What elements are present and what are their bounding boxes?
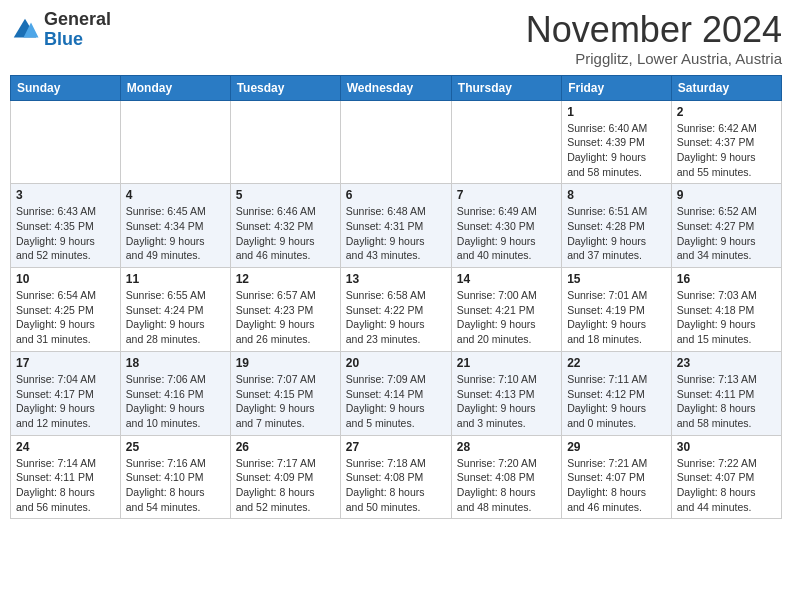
weekday-header: Friday [562,75,672,100]
logo-text: General Blue [44,10,111,50]
day-info: Sunrise: 7:17 AMSunset: 4:09 PMDaylight:… [236,456,335,515]
day-number: 25 [126,440,225,454]
day-info: Sunrise: 6:58 AMSunset: 4:22 PMDaylight:… [346,288,446,347]
day-number: 5 [236,188,335,202]
calendar-cell: 18Sunrise: 7:06 AMSunset: 4:16 PMDayligh… [120,351,230,435]
day-info: Sunrise: 7:03 AMSunset: 4:18 PMDaylight:… [677,288,776,347]
weekday-header-row: SundayMondayTuesdayWednesdayThursdayFrid… [11,75,782,100]
day-info: Sunrise: 7:18 AMSunset: 4:08 PMDaylight:… [346,456,446,515]
calendar-cell: 13Sunrise: 6:58 AMSunset: 4:22 PMDayligh… [340,268,451,352]
calendar-cell [230,100,340,184]
day-info: Sunrise: 6:49 AMSunset: 4:30 PMDaylight:… [457,204,556,263]
calendar-cell: 25Sunrise: 7:16 AMSunset: 4:10 PMDayligh… [120,435,230,519]
calendar-week-row: 10Sunrise: 6:54 AMSunset: 4:25 PMDayligh… [11,268,782,352]
day-info: Sunrise: 7:22 AMSunset: 4:07 PMDaylight:… [677,456,776,515]
calendar: SundayMondayTuesdayWednesdayThursdayFrid… [10,75,782,520]
day-info: Sunrise: 6:43 AMSunset: 4:35 PMDaylight:… [16,204,115,263]
day-info: Sunrise: 7:09 AMSunset: 4:14 PMDaylight:… [346,372,446,431]
day-number: 18 [126,356,225,370]
logo: General Blue [10,10,111,50]
calendar-cell: 5Sunrise: 6:46 AMSunset: 4:32 PMDaylight… [230,184,340,268]
day-number: 12 [236,272,335,286]
calendar-cell: 30Sunrise: 7:22 AMSunset: 4:07 PMDayligh… [671,435,781,519]
day-number: 7 [457,188,556,202]
day-info: Sunrise: 7:07 AMSunset: 4:15 PMDaylight:… [236,372,335,431]
logo-general: General [44,10,111,30]
weekday-header: Monday [120,75,230,100]
day-number: 27 [346,440,446,454]
day-number: 1 [567,105,666,119]
calendar-cell: 27Sunrise: 7:18 AMSunset: 4:08 PMDayligh… [340,435,451,519]
day-number: 2 [677,105,776,119]
day-number: 11 [126,272,225,286]
calendar-cell: 11Sunrise: 6:55 AMSunset: 4:24 PMDayligh… [120,268,230,352]
day-number: 3 [16,188,115,202]
calendar-cell: 4Sunrise: 6:45 AMSunset: 4:34 PMDaylight… [120,184,230,268]
day-info: Sunrise: 7:00 AMSunset: 4:21 PMDaylight:… [457,288,556,347]
calendar-week-row: 3Sunrise: 6:43 AMSunset: 4:35 PMDaylight… [11,184,782,268]
day-number: 22 [567,356,666,370]
calendar-cell [120,100,230,184]
day-info: Sunrise: 7:01 AMSunset: 4:19 PMDaylight:… [567,288,666,347]
day-info: Sunrise: 6:46 AMSunset: 4:32 PMDaylight:… [236,204,335,263]
calendar-cell: 14Sunrise: 7:00 AMSunset: 4:21 PMDayligh… [451,268,561,352]
day-info: Sunrise: 6:42 AMSunset: 4:37 PMDaylight:… [677,121,776,180]
calendar-cell: 29Sunrise: 7:21 AMSunset: 4:07 PMDayligh… [562,435,672,519]
title-area: November 2024 Prigglitz, Lower Austria, … [526,10,782,67]
day-number: 28 [457,440,556,454]
day-info: Sunrise: 6:45 AMSunset: 4:34 PMDaylight:… [126,204,225,263]
logo-icon [10,15,40,45]
day-number: 15 [567,272,666,286]
calendar-cell: 19Sunrise: 7:07 AMSunset: 4:15 PMDayligh… [230,351,340,435]
calendar-cell [11,100,121,184]
calendar-cell: 12Sunrise: 6:57 AMSunset: 4:23 PMDayligh… [230,268,340,352]
calendar-week-row: 1Sunrise: 6:40 AMSunset: 4:39 PMDaylight… [11,100,782,184]
calendar-cell: 7Sunrise: 6:49 AMSunset: 4:30 PMDaylight… [451,184,561,268]
day-number: 8 [567,188,666,202]
day-info: Sunrise: 7:06 AMSunset: 4:16 PMDaylight:… [126,372,225,431]
calendar-cell: 22Sunrise: 7:11 AMSunset: 4:12 PMDayligh… [562,351,672,435]
calendar-week-row: 17Sunrise: 7:04 AMSunset: 4:17 PMDayligh… [11,351,782,435]
calendar-cell: 8Sunrise: 6:51 AMSunset: 4:28 PMDaylight… [562,184,672,268]
day-number: 23 [677,356,776,370]
day-info: Sunrise: 7:04 AMSunset: 4:17 PMDaylight:… [16,372,115,431]
calendar-cell: 15Sunrise: 7:01 AMSunset: 4:19 PMDayligh… [562,268,672,352]
calendar-cell: 24Sunrise: 7:14 AMSunset: 4:11 PMDayligh… [11,435,121,519]
logo-blue: Blue [44,30,111,50]
day-number: 20 [346,356,446,370]
day-number: 30 [677,440,776,454]
calendar-cell [340,100,451,184]
day-number: 13 [346,272,446,286]
day-number: 9 [677,188,776,202]
day-number: 19 [236,356,335,370]
day-info: Sunrise: 6:57 AMSunset: 4:23 PMDaylight:… [236,288,335,347]
calendar-cell: 6Sunrise: 6:48 AMSunset: 4:31 PMDaylight… [340,184,451,268]
day-number: 16 [677,272,776,286]
weekday-header: Tuesday [230,75,340,100]
day-info: Sunrise: 6:51 AMSunset: 4:28 PMDaylight:… [567,204,666,263]
calendar-cell: 10Sunrise: 6:54 AMSunset: 4:25 PMDayligh… [11,268,121,352]
calendar-cell: 3Sunrise: 6:43 AMSunset: 4:35 PMDaylight… [11,184,121,268]
day-info: Sunrise: 6:48 AMSunset: 4:31 PMDaylight:… [346,204,446,263]
day-number: 6 [346,188,446,202]
day-info: Sunrise: 6:40 AMSunset: 4:39 PMDaylight:… [567,121,666,180]
day-info: Sunrise: 6:52 AMSunset: 4:27 PMDaylight:… [677,204,776,263]
calendar-cell: 17Sunrise: 7:04 AMSunset: 4:17 PMDayligh… [11,351,121,435]
day-number: 26 [236,440,335,454]
weekday-header: Wednesday [340,75,451,100]
weekday-header: Sunday [11,75,121,100]
day-info: Sunrise: 7:16 AMSunset: 4:10 PMDaylight:… [126,456,225,515]
calendar-cell: 2Sunrise: 6:42 AMSunset: 4:37 PMDaylight… [671,100,781,184]
day-info: Sunrise: 6:55 AMSunset: 4:24 PMDaylight:… [126,288,225,347]
day-info: Sunrise: 7:13 AMSunset: 4:11 PMDaylight:… [677,372,776,431]
calendar-cell: 16Sunrise: 7:03 AMSunset: 4:18 PMDayligh… [671,268,781,352]
day-number: 29 [567,440,666,454]
day-number: 10 [16,272,115,286]
calendar-cell: 20Sunrise: 7:09 AMSunset: 4:14 PMDayligh… [340,351,451,435]
day-number: 21 [457,356,556,370]
calendar-cell: 1Sunrise: 6:40 AMSunset: 4:39 PMDaylight… [562,100,672,184]
day-number: 14 [457,272,556,286]
day-info: Sunrise: 7:10 AMSunset: 4:13 PMDaylight:… [457,372,556,431]
calendar-cell: 28Sunrise: 7:20 AMSunset: 4:08 PMDayligh… [451,435,561,519]
weekday-header: Saturday [671,75,781,100]
